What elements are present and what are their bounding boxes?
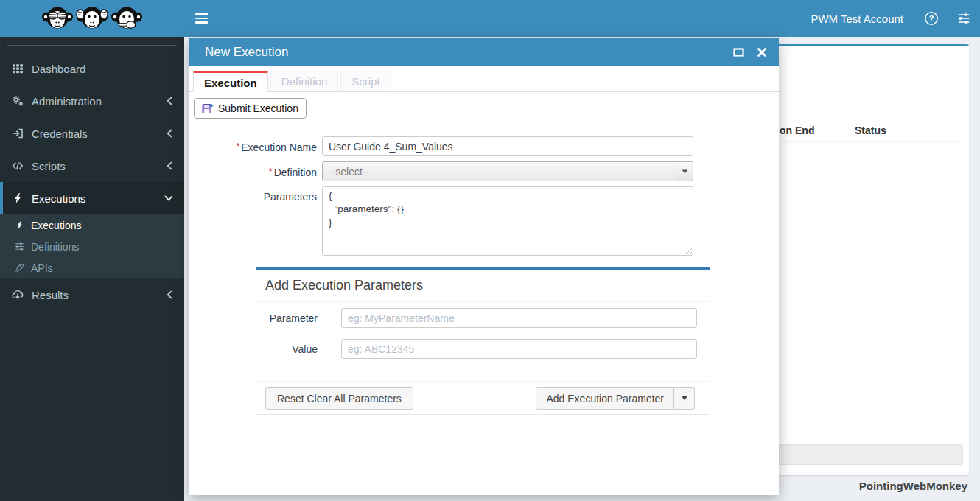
caret-down-icon	[682, 396, 687, 400]
sidebar-item-results[interactable]: Results	[0, 278, 184, 311]
account-label: PWM Test Account	[811, 13, 903, 25]
close-icon	[757, 47, 767, 57]
footer-brand: PointingWebMonkey	[859, 480, 967, 492]
chevron-left-icon	[166, 290, 173, 299]
sidebar-toggle-button[interactable]	[184, 0, 218, 37]
sidebar-item-dashboard[interactable]: Dashboard	[0, 52, 184, 85]
execution-name-input[interactable]	[322, 136, 693, 156]
parameter-input[interactable]	[341, 308, 697, 328]
sidebar-item-label: Executions	[32, 192, 85, 205]
executions-submenu: Executions Definitions APIs	[0, 214, 184, 278]
sidebar-item-executions[interactable]: Executions	[0, 182, 184, 214]
help-button[interactable]: ?	[915, 0, 948, 37]
gears-icon	[12, 95, 32, 107]
submenu-item-label: Executions	[31, 220, 81, 231]
execution-name-label: *Execution Name	[189, 141, 317, 153]
bolt-icon	[15, 220, 31, 230]
table-header-execution-end: on End	[780, 125, 814, 136]
parameter-label: Parameter	[256, 312, 318, 324]
sidebar-subitem-definitions[interactable]: Definitions	[0, 236, 184, 257]
add-execution-parameter-button[interactable]: Add Execution Parameter	[536, 387, 674, 410]
top-navbar: PWM Test Account ?	[0, 0, 980, 37]
sidebar-item-credentials[interactable]: Credentials	[0, 117, 184, 150]
save-disk-icon	[202, 102, 214, 114]
settings-button[interactable]	[948, 0, 980, 37]
speak-no-evil-monkey-icon	[110, 4, 144, 33]
grid-icon	[12, 63, 32, 74]
modal-divider	[189, 122, 779, 122]
value-label: Value	[256, 343, 318, 355]
account-menu[interactable]: PWM Test Account	[799, 0, 915, 37]
reset-clear-all-parameters-button[interactable]: Reset Clear All Parameters	[265, 387, 413, 410]
sidebar-item-label: Results	[32, 289, 69, 301]
add-parameters-footer-divider	[256, 381, 710, 382]
chevron-left-icon	[166, 161, 173, 170]
sidebar-subitem-apis[interactable]: APIs	[0, 257, 184, 278]
tab-definition[interactable]: Definition	[270, 71, 339, 91]
sign-in-icon	[12, 127, 32, 139]
hear-no-evil-monkey-icon	[75, 4, 109, 33]
chevron-left-icon	[166, 129, 173, 138]
bolt-icon	[12, 192, 32, 204]
code-icon	[12, 160, 32, 172]
required-marker: *	[269, 166, 273, 177]
sidebar-subitem-executions[interactable]: Executions	[0, 214, 184, 236]
tab-script[interactable]: Script	[340, 71, 391, 91]
sidebar-item-label: Credentials	[32, 127, 88, 140]
table-header-status: Status	[855, 125, 886, 136]
chevron-left-icon	[166, 97, 173, 105]
chevron-down-icon	[164, 195, 173, 202]
submenu-item-label: APIs	[31, 262, 53, 274]
add-parameter-button-group: Add Execution Parameter	[536, 387, 695, 410]
sidebar-item-label: Administration	[32, 95, 102, 108]
cloud-download-icon	[12, 289, 32, 301]
modal-header: New Execution	[189, 38, 779, 66]
svg-text:?: ?	[929, 14, 934, 23]
parameters-textarea[interactable]: { "parameters": {} }	[322, 186, 693, 256]
add-parameters-box: Add Execution Parameters Parameter Value…	[256, 267, 710, 415]
definition-select[interactable]: --select--	[322, 161, 693, 181]
sidebar-item-administration[interactable]: Administration	[0, 85, 184, 117]
sliders-icon	[957, 12, 970, 25]
maximize-icon	[733, 47, 744, 57]
modal-title: New Execution	[205, 45, 288, 60]
navbar-right: PWM Test Account ?	[799, 0, 980, 37]
rocket-icon	[15, 263, 31, 273]
close-button[interactable]	[757, 47, 767, 57]
required-marker: *	[236, 141, 239, 152]
definition-select-value: --select--	[323, 166, 676, 178]
add-parameters-title: Add Execution Parameters	[265, 278, 423, 293]
sidebar-item-scripts[interactable]: Scripts	[0, 150, 184, 182]
sidebar-item-label: Scripts	[32, 160, 66, 172]
see-no-evil-monkey-icon	[41, 4, 74, 33]
caret-down-icon	[676, 162, 693, 181]
tab-execution[interactable]: Execution	[193, 71, 268, 92]
add-parameter-dropdown-toggle[interactable]	[674, 387, 695, 410]
value-input[interactable]	[341, 339, 697, 359]
parameters-label: Parameters	[189, 191, 317, 203]
submit-execution-button[interactable]: Submit Execution	[194, 98, 307, 119]
submenu-item-label: Definitions	[31, 241, 79, 253]
sliders-icon	[15, 242, 31, 251]
hamburger-icon	[195, 11, 208, 26]
sidebar-divider	[7, 45, 177, 46]
add-parameters-header-divider	[256, 301, 710, 302]
modal-tabs: Execution Definition Script	[189, 71, 779, 92]
sidebar-item-label: Dashboard	[32, 63, 85, 75]
help-icon: ?	[924, 11, 939, 26]
app-logo[interactable]	[0, 0, 184, 37]
maximize-button[interactable]	[733, 47, 744, 57]
sidebar: Dashboard Administration	[0, 37, 184, 501]
new-execution-modal: New Execution Execution Definition Scrip…	[189, 38, 779, 495]
definition-label: *Definition	[189, 166, 317, 178]
